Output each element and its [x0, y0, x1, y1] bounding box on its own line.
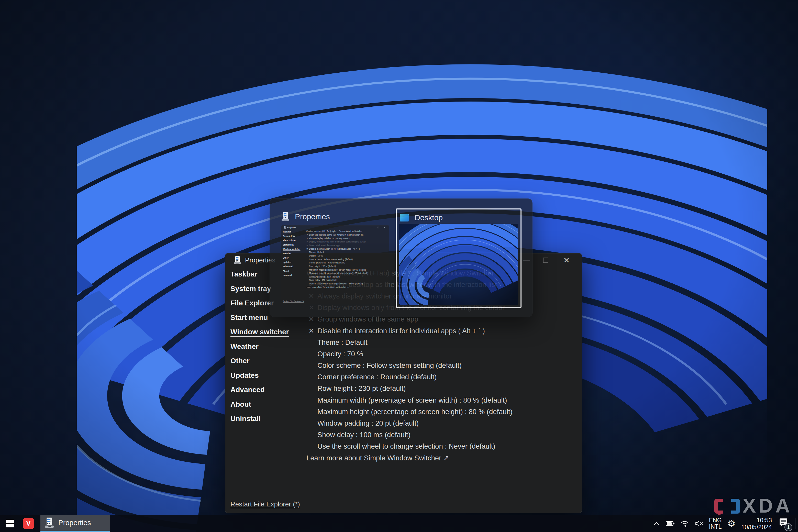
mini-setting-toggle-show-desktop: ✓ Show the desktop as the last window in…	[281, 233, 389, 236]
maximize-button[interactable]	[538, 253, 553, 267]
properties-window: Properties — ✕ Taskbar System tray File …	[281, 225, 389, 304]
desktop-icon	[400, 214, 409, 222]
clock-date: 10/05/2024	[741, 524, 772, 530]
properties-app-icon	[234, 256, 241, 264]
close-button[interactable]: ✕	[559, 253, 574, 267]
mini-setting-toggle-disable-interaction-list: ✕ Disable the interaction list for indiv…	[281, 247, 389, 251]
restart-file-explorer-link[interactable]: Restart File Explorer (*)	[230, 500, 300, 508]
mini-settings-content: Window switcher (Alt+Tab) style * : Simp…	[281, 230, 389, 289]
start-button[interactable]	[0, 515, 20, 532]
system-tray: ENG INTL ⚙ 10:53 10/05/2024 1	[650, 515, 798, 532]
mini-setting-style-row: Window switcher (Alt+Tab) style * : Simp…	[281, 230, 389, 233]
setting-row-height[interactable]: Row height : 230 pt (default)	[225, 383, 582, 394]
notification-count-badge: 1	[784, 523, 792, 531]
notification-center-button[interactable]: 1	[775, 515, 794, 532]
setting-opacity[interactable]: Opacity : 70 %	[225, 348, 582, 360]
mini-setting-toggle-monitor-cursor: ✕ Display windows only from the monitor …	[281, 240, 389, 244]
mini-setting-toggle-primary-monitor: ✕ Always display switcher on primary mon…	[281, 236, 389, 240]
language-indicator[interactable]: ENG INTL	[706, 515, 725, 532]
learn-more-link[interactable]: Learn more about Simple Window Switcher …	[225, 452, 582, 464]
mini-setting-corner-preference: Corner preference : Rounded (default)	[281, 261, 389, 265]
settings-tray-button[interactable]: ⚙	[725, 515, 738, 532]
windows-logo-icon	[6, 519, 14, 528]
language-line1: ENG	[709, 517, 722, 524]
mini-cross-icon: ✕	[306, 247, 308, 251]
mini-close-button: ✕	[382, 225, 387, 229]
xda-text: XDA	[742, 497, 792, 514]
mini-window-title: Properties	[287, 226, 297, 228]
taskbar: V Properties	[0, 515, 798, 532]
wifi-icon	[680, 520, 689, 527]
desktop-thumbnail-bloom	[399, 224, 518, 305]
mini-setting-opacity: Opacity : 70 %	[281, 254, 389, 258]
task-button-label: Properties	[58, 519, 91, 527]
switcher-desktop-header: Desktop	[400, 212, 443, 223]
mini-setting-window-padding: Window padding : 20 pt (default)	[281, 275, 389, 279]
mini-learn-more-link: Learn more about Simple Window Switcher …	[281, 285, 389, 289]
vivaldi-icon: V	[23, 518, 34, 529]
cross-icon: ✕	[308, 325, 314, 337]
properties-app-icon	[282, 212, 289, 222]
mini-check-icon: ✓	[306, 233, 308, 236]
speaker-muted-icon	[695, 520, 703, 527]
mini-maximize-button	[376, 225, 380, 229]
window-switcher-overlay: Properties Properties — ✕ Taskbar System…	[270, 198, 533, 317]
mini-setting-show-delay: Show delay : 100 ms (default)	[281, 279, 389, 282]
mini-setting-max-width: Maximum width (percentage of screen widt…	[281, 268, 389, 272]
vivaldi-taskbar-button[interactable]: V	[20, 515, 37, 532]
setting-scroll-wheel[interactable]: Use the scroll wheel to change selection…	[225, 441, 582, 452]
setting-max-height[interactable]: Maximum height (percentage of screen hei…	[225, 406, 582, 417]
language-line2: INTL	[709, 524, 722, 530]
setting-corner-preference[interactable]: Corner preference : Rounded (default)	[225, 372, 582, 383]
taskbar-clock[interactable]: 10:53 10/05/2024	[738, 515, 775, 532]
mini-cross-icon: ✕	[306, 240, 308, 244]
mini-maximize-icon	[377, 227, 379, 228]
switcher-desktop-thumbnail	[399, 224, 518, 305]
mini-setting-theme: Theme : Default	[281, 251, 389, 254]
maximize-icon	[543, 258, 548, 263]
show-desktop-strip[interactable]	[795, 515, 798, 532]
battery-indicator[interactable]	[663, 515, 678, 532]
mini-setting-toggle-group-windows: ✕ Group windows of the same app	[281, 244, 389, 247]
mini-setting-row-height: Row height : 230 pt (default)	[281, 264, 389, 268]
switcher-properties-thumbnail[interactable]: Properties — ✕ Taskbar System tray File …	[281, 225, 390, 305]
setting-show-delay[interactable]: Show delay : 100 ms (default)	[225, 429, 582, 441]
switcher-tile-label: Properties	[295, 212, 330, 221]
mini-cross-icon: ✕	[306, 244, 308, 247]
setting-window-padding[interactable]: Window padding : 20 pt (default)	[225, 417, 582, 429]
hidden-icons-chevron[interactable]	[650, 515, 663, 532]
clock-time: 10:53	[757, 517, 772, 524]
setting-theme[interactable]: Theme : Default	[225, 337, 582, 348]
mini-minimize-button: —	[370, 225, 375, 229]
chevron-up-icon	[653, 520, 660, 527]
gear-icon: ⚙	[727, 519, 736, 528]
setting-color-scheme[interactable]: Color scheme : Follow system setting (de…	[225, 360, 582, 372]
mini-properties-app-icon	[284, 226, 286, 229]
battery-icon	[666, 520, 675, 527]
mini-setting-color-scheme: Color scheme : Follow system setting (de…	[281, 258, 389, 261]
volume-indicator[interactable]	[692, 515, 706, 532]
switcher-tile-label: Desktop	[415, 213, 443, 222]
mini-setting-scroll-wheel: Use the scroll wheel to change selection…	[281, 282, 389, 286]
switcher-tile-properties[interactable]: Properties	[282, 211, 330, 222]
setting-max-width[interactable]: Maximum width (percentage of screen widt…	[225, 394, 582, 406]
setting-toggle-disable-interaction-list[interactable]: ✕ Disable the interaction list for indiv…	[225, 325, 582, 337]
switcher-tile-desktop[interactable]: Desktop	[396, 208, 521, 308]
mini-restart-file-explorer-link: Restart File Explorer (*)	[283, 300, 304, 302]
mini-cross-icon: ✕	[306, 236, 308, 240]
mini-setting-max-height: Maximum height (percentage of screen hei…	[281, 272, 389, 275]
properties-app-icon	[45, 517, 54, 528]
taskbar-task-properties[interactable]: Properties	[40, 515, 110, 532]
network-indicator[interactable]	[678, 515, 692, 532]
